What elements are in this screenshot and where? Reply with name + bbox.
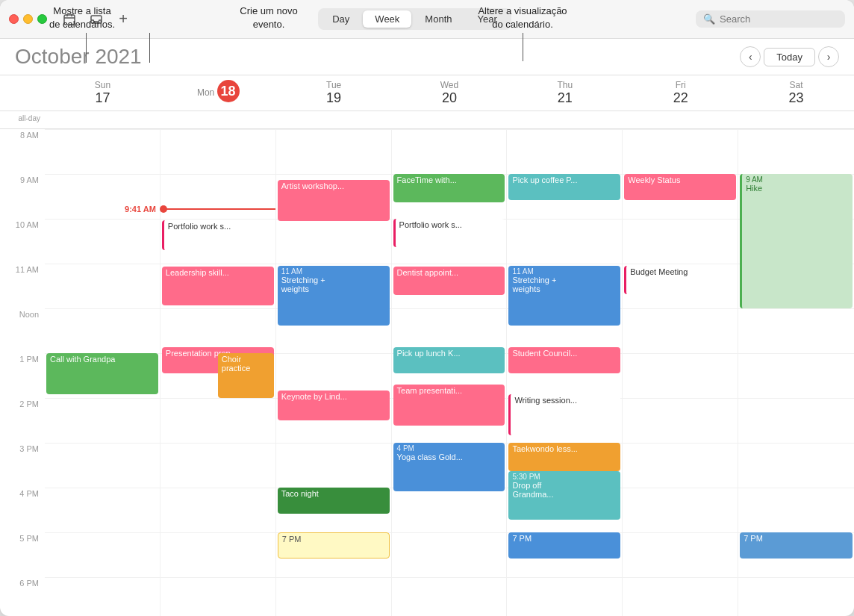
event-7pm-sat[interactable]: 7 PM <box>740 532 853 559</box>
year-label: 2021 <box>95 45 141 68</box>
day-name-mon: Mon <box>197 87 214 98</box>
allday-fri <box>623 111 738 128</box>
day-header-fri: Fri 22 <box>623 75 738 111</box>
current-time-label: 9:41 AM <box>116 205 160 214</box>
event-drop-off[interactable]: 5:30 PMDrop offGrandma... <box>508 471 620 520</box>
event-leadership[interactable]: Leadership skill... <box>162 267 274 305</box>
search-box: 🔍 <box>696 10 845 28</box>
event-stretching-tue[interactable]: 11 AMStretching +weights <box>278 266 390 326</box>
event-pickup-lunch[interactable]: Pick up lunch K... <box>393 347 505 373</box>
day-header-wed: Wed 20 <box>392 75 508 111</box>
event-team-presentation[interactable]: Team presentati... <box>393 385 505 426</box>
time-1pm: 1 PM <box>0 353 45 398</box>
tab-week[interactable]: Week <box>363 10 411 28</box>
allday-sat <box>738 111 854 128</box>
time-grid: 8 AM 9 AM 10 AM 11 AM Noon 1 PM 2 PM 3 P… <box>0 129 854 616</box>
event-facetime[interactable]: FaceTime with... <box>393 174 505 202</box>
time-9am: 9 AM <box>0 174 45 219</box>
grid-columns: Call with Grandpa 9:41 AM Portfolio work… <box>45 129 854 616</box>
allday-wed <box>392 111 508 128</box>
event-dentist[interactable]: Dentist appoint... <box>393 267 505 295</box>
search-icon: 🔍 <box>703 13 715 25</box>
time-8am: 8 AM <box>0 129 45 174</box>
close-button[interactable] <box>9 14 19 24</box>
event-taekwondo[interactable]: Taekwondo less... <box>508 443 620 471</box>
add-event-button[interactable]: + <box>113 9 134 30</box>
day-num-23: 23 <box>738 90 854 106</box>
allday-label: all-day <box>0 111 45 128</box>
col-tue: Artist workshop... 11 AMStretching +weig… <box>276 129 392 616</box>
inbox-button[interactable] <box>86 9 107 30</box>
day-num-20: 20 <box>392 90 508 106</box>
allday-tue <box>276 111 392 128</box>
month-label: October <box>15 45 90 68</box>
maximize-button[interactable] <box>37 14 47 24</box>
col-sat: 9 AMHike 7 PM <box>738 129 854 616</box>
event-taco-night[interactable]: Taco night <box>278 488 390 514</box>
prev-week-button[interactable]: ‹ <box>740 46 761 67</box>
col-sun: Call with Grandpa <box>45 129 160 616</box>
calendar-icon <box>63 13 75 25</box>
event-portfolio-mon[interactable]: Portfolio work s... <box>162 220 274 250</box>
search-input[interactable] <box>720 13 838 25</box>
day-num-19: 19 <box>276 90 392 106</box>
time-3pm: 3 PM <box>0 443 45 488</box>
today-button[interactable]: Today <box>764 48 815 66</box>
allday-mon <box>160 111 276 128</box>
tab-month[interactable]: Month <box>413 10 464 28</box>
day-num-22: 22 <box>623 90 738 106</box>
day-name-wed: Wed <box>440 80 458 90</box>
next-week-button[interactable]: › <box>818 46 839 67</box>
time-11am: 11 AM <box>0 264 45 308</box>
event-choir-practice[interactable]: Choir practice <box>218 353 274 398</box>
event-artist-workshop[interactable]: Artist workshop... <box>278 180 390 221</box>
calendar-window: Mostre a listade calendários. Crie um no… <box>0 0 854 616</box>
inbox-icon <box>90 13 102 25</box>
day-name-sun: Sun <box>95 80 110 90</box>
day-num-17: 17 <box>45 90 160 106</box>
event-7pm-tue[interactable]: 7 PM <box>278 532 390 559</box>
day-header-mon: Mon 18 <box>160 75 276 111</box>
minimize-button[interactable] <box>23 14 33 24</box>
time-5pm: 5 PM <box>0 532 45 577</box>
event-portfolio-wed[interactable]: Portfolio work s... <box>393 219 505 247</box>
view-tabs: Day Week Month Year <box>318 8 511 30</box>
titlebar: + Day Week Month Year 🔍 <box>0 0 854 39</box>
navigation-arrows: ‹ Today › <box>740 46 839 67</box>
event-budget-meeting[interactable]: Budget Meeting <box>624 266 736 294</box>
time-10am: 10 AM <box>0 219 45 264</box>
day-name-sat: Sat <box>790 80 803 90</box>
event-writing-session[interactable]: Writing session... <box>508 394 620 435</box>
time-6pm: 6 PM <box>0 577 45 616</box>
now-line <box>160 208 275 210</box>
tab-year[interactable]: Year <box>466 10 509 28</box>
event-call-grandpa[interactable]: Call with Grandpa <box>46 353 158 394</box>
event-7pm-thu[interactable]: 7 PM <box>508 532 620 559</box>
event-student-council[interactable]: Student Council... <box>508 347 620 373</box>
col-thu: Pick up coffee P... 11 AMStretching +wei… <box>507 129 623 616</box>
col-mon: 9:41 AM Portfolio work s... Leadership s… <box>160 129 276 616</box>
col-wed: FaceTime with... Portfolio work s... Den… <box>392 129 508 616</box>
event-yoga[interactable]: 4 PMYoga class Gold... <box>393 443 505 491</box>
event-stretching-thu[interactable]: 11 AMStretching +weights <box>508 266 620 326</box>
calendars-list-button[interactable] <box>59 9 80 30</box>
day-name-fri: Fri <box>676 80 686 90</box>
time-noon: Noon <box>0 308 45 353</box>
calendar-header: October 2021 ‹ Today › <box>0 39 854 75</box>
day-header-sat: Sat 23 <box>738 75 854 111</box>
tab-day[interactable]: Day <box>320 10 361 28</box>
day-name-tue: Tue <box>326 80 341 90</box>
allday-row: all-day <box>0 111 854 129</box>
event-pickup-coffee[interactable]: Pick up coffee P... <box>508 174 620 200</box>
event-hike[interactable]: 9 AMHike <box>740 174 853 308</box>
current-time-indicator: 9:41 AM <box>116 205 275 214</box>
svg-rect-0 <box>64 15 75 25</box>
event-weekly-status[interactable]: Weekly Status <box>624 174 736 200</box>
time-4pm: 4 PM <box>0 488 45 532</box>
month-year-title: October 2021 <box>15 45 740 69</box>
time-2pm: 2 PM <box>0 398 45 443</box>
day-num-18: 18 <box>217 80 240 102</box>
allday-sun <box>45 111 160 128</box>
day-header-sun: Sun 17 <box>45 75 160 111</box>
event-keynote[interactable]: Keynote by Lind... <box>278 391 390 420</box>
